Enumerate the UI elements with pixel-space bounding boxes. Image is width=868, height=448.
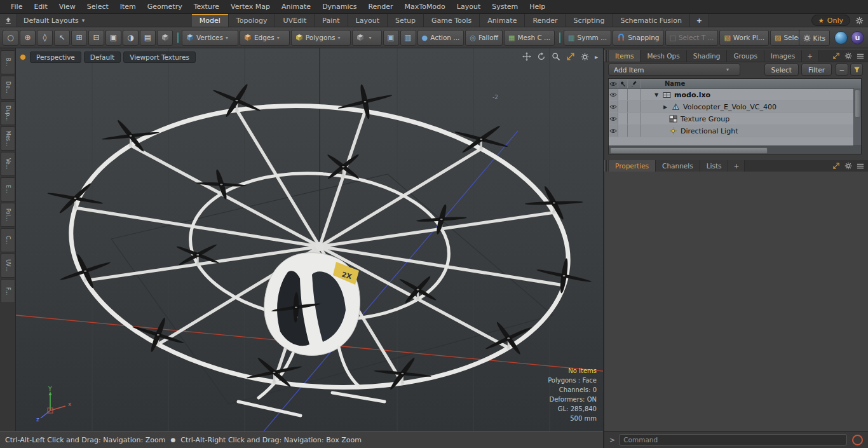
left-tab-duplicate[interactable]: Dup… — [1, 101, 15, 125]
maximize-viewport-icon[interactable] — [566, 52, 575, 61]
diamond-tool-icon[interactable]: ◊ — [37, 30, 53, 46]
edges-mode-button[interactable]: Edges▾ — [240, 30, 290, 46]
left-tab-edge[interactable]: E… — [1, 177, 15, 201]
falloff-button[interactable]: ◎ Falloff — [465, 30, 503, 46]
globe-sphere-icon[interactable] — [834, 31, 848, 44]
menu-layout[interactable]: Layout — [451, 3, 486, 11]
panel-gear-icon[interactable] — [844, 162, 852, 170]
pan-move-icon[interactable] — [522, 52, 531, 61]
add-panel-tab-button[interactable]: + — [802, 50, 818, 62]
horizontal-scrollbar[interactable] — [609, 146, 861, 154]
viewport-canvas[interactable]: -2 2X Perspective Default Viewport Textu… — [16, 48, 603, 431]
menu-system[interactable]: System — [486, 3, 524, 11]
left-tab-deform[interactable]: De… — [1, 76, 15, 100]
tab-lists[interactable]: Lists — [700, 160, 729, 172]
viewport-textures-button[interactable]: Viewport Textures — [123, 51, 196, 63]
menu-texture[interactable]: Texture — [188, 3, 225, 11]
mesh-constraints-button[interactable]: ▦ Mesh C ... — [504, 30, 555, 46]
item-mode-dropdown[interactable]: ▾ — [352, 30, 382, 46]
menu-geometry[interactable]: Geometry — [142, 3, 188, 11]
name-column-header[interactable]: Name — [641, 79, 861, 88]
command-history-icon[interactable] — [852, 435, 863, 445]
add-panel-tab-button[interactable]: + — [728, 160, 745, 172]
left-tab-basic[interactable]: B… — [1, 50, 15, 74]
eye-column-icon[interactable] — [609, 79, 618, 88]
panel-gear-icon[interactable] — [844, 52, 852, 60]
select-button[interactable]: Select — [764, 64, 799, 76]
snapping-button[interactable]: Snapping — [613, 30, 663, 46]
viewport-menu-dot[interactable] — [20, 54, 26, 60]
only-button[interactable]: ★ Only — [811, 15, 850, 26]
zoom-view-icon[interactable] — [552, 52, 560, 61]
ellipse-tool-icon[interactable]: ○ — [3, 30, 18, 46]
panel-menu-icon[interactable] — [857, 163, 864, 170]
menu-item[interactable]: Item — [114, 3, 142, 11]
tab-items[interactable]: Items — [609, 50, 641, 62]
viewport-gear-icon[interactable] — [581, 53, 589, 61]
filter-button[interactable]: Filter — [801, 64, 832, 76]
default-layouts-dropdown[interactable]: Default Layouts ▾ — [17, 14, 97, 27]
menu-edit[interactable]: Edit — [28, 3, 53, 11]
panel-menu-icon[interactable] — [857, 53, 864, 60]
menu-select[interactable]: Select — [81, 3, 114, 11]
tab-uvedit[interactable]: UVEdit — [275, 14, 315, 27]
globe-tool-icon[interactable]: ⊕ — [20, 30, 36, 46]
grid-tool-icon[interactable]: ▣ — [105, 30, 121, 46]
rows-tool-icon[interactable]: ▤ — [140, 30, 156, 46]
table-row-directional-light[interactable]: Directional Light — [609, 125, 861, 137]
visibility-eye-icon[interactable] — [609, 113, 618, 125]
visibility-eye-icon[interactable] — [609, 89, 618, 100]
maximize-panel-icon[interactable] — [832, 162, 840, 170]
tab-mesh-ops[interactable]: Mesh Ops — [641, 50, 686, 62]
tree-expand-arrow[interactable]: ▶ — [663, 104, 669, 110]
menu-maxtomodo[interactable]: MaxToModo — [399, 3, 451, 11]
menu-render[interactable]: Render — [362, 3, 398, 11]
tab-render[interactable]: Render — [525, 14, 566, 27]
filter-funnel-icon[interactable] — [850, 64, 863, 76]
left-tab-polygon[interactable]: Pol… — [1, 203, 15, 227]
tab-schematic-fusion[interactable]: Schematic Fusion — [613, 14, 690, 27]
action-center-button[interactable]: ● Action ... — [417, 30, 465, 46]
left-tab-curve[interactable]: C… — [1, 228, 15, 252]
menu-view[interactable]: View — [53, 3, 81, 11]
left-tab-falloff[interactable]: F… — [1, 279, 15, 303]
tab-game-tools[interactable]: Game Tools — [424, 14, 480, 27]
cube-tool-icon[interactable] — [157, 30, 173, 46]
viewport-arrow-icon[interactable]: ▸ — [595, 53, 598, 60]
shading-default-button[interactable]: Default — [84, 51, 121, 63]
tab-setup[interactable]: Setup — [388, 14, 424, 27]
tab-properties[interactable]: Properties — [609, 160, 656, 172]
symmetry-button[interactable]: ▥ Symm ... — [564, 30, 611, 46]
command-input[interactable] — [619, 434, 847, 445]
left-tab-mesh[interactable]: Mes… — [1, 126, 15, 151]
polygons-mode-button[interactable]: Polygons▾ — [291, 30, 351, 46]
vertices-mode-button[interactable]: Vertices▾ — [182, 30, 238, 46]
tab-images[interactable]: Images — [764, 50, 802, 62]
kits-button[interactable]: Kits — [799, 30, 830, 46]
work-plane-button[interactable]: ▧ Work Pl... — [719, 30, 769, 46]
tab-topology[interactable]: Topology — [229, 14, 276, 27]
rotate-view-icon[interactable] — [537, 52, 546, 61]
tab-channels[interactable]: Channels — [656, 160, 700, 172]
visibility-eye-icon[interactable] — [609, 125, 618, 137]
panel-grip[interactable] — [604, 50, 607, 62]
visibility-eye-icon[interactable] — [609, 101, 618, 112]
u-badge-icon[interactable]: u — [851, 31, 864, 44]
add-workspace-tab-button[interactable]: + — [690, 14, 709, 27]
collapse-all-button[interactable]: − — [836, 64, 848, 76]
menu-vertex-map[interactable]: Vertex Map — [225, 3, 276, 11]
left-tab-uv[interactable]: UV… — [1, 254, 15, 278]
menu-dynamics[interactable]: Dynamics — [316, 3, 362, 11]
tab-paint[interactable]: Paint — [315, 14, 348, 27]
menu-file[interactable]: File — [5, 3, 28, 11]
menu-animate[interactable]: Animate — [276, 3, 316, 11]
vertical-scrollbar[interactable] — [853, 88, 861, 146]
cursor-tool-icon[interactable]: ↖ — [54, 30, 70, 46]
left-tab-vertex[interactable]: Ve… — [1, 152, 15, 176]
grid-remove-tool-icon[interactable]: ⊟ — [88, 30, 104, 46]
add-item-button[interactable]: Add Item ▾ — [608, 64, 740, 76]
menu-help[interactable]: Help — [524, 3, 551, 11]
table-row-texture-group[interactable]: Texture Group — [609, 113, 861, 125]
table-row-mesh[interactable]: ▶ Volocopter_E_Volo_VC_400 — [609, 101, 861, 113]
grid-add-tool-icon[interactable]: ⊞ — [71, 30, 87, 46]
